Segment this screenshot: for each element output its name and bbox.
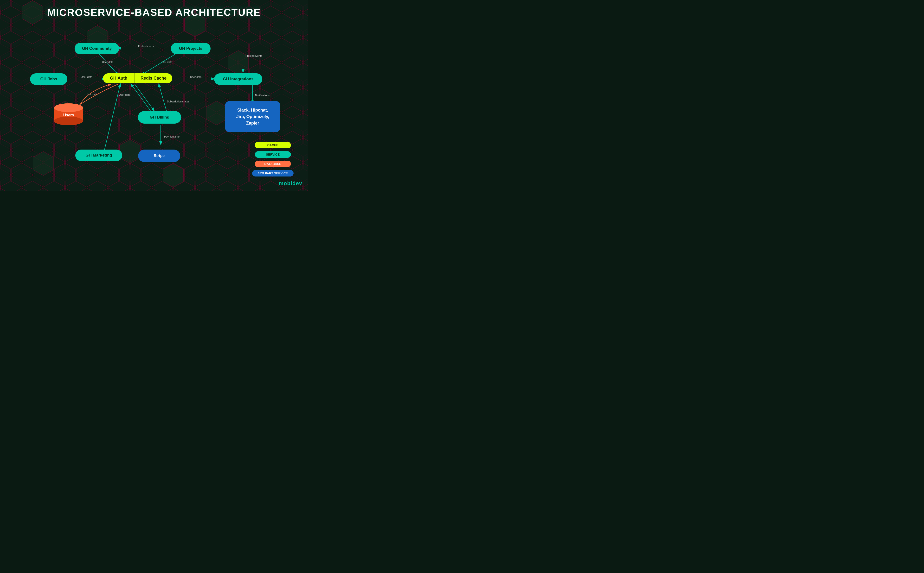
gh-marketing-node: GH Marketing (75, 150, 122, 161)
gh-integrations-node: GH Integrations (214, 74, 262, 85)
nodes-layer: GH Community GH Projects GH Auth Redis C… (0, 0, 308, 191)
svg-point-30 (54, 117, 83, 125)
integrations-3rd-node: Slack, Hipchat, Jira, Optimizely, Zapier (225, 101, 280, 132)
gh-billing-node: GH Billing (138, 111, 181, 124)
users-node: Users (53, 103, 84, 127)
gh-projects-node: GH Projects (171, 43, 210, 54)
redis-cache-node: Redis Cache (134, 74, 172, 83)
gh-auth-node: GH Auth (103, 74, 134, 83)
auth-cache-container: GH Auth Redis Cache (103, 74, 172, 83)
gh-community-node: GH Community (75, 43, 119, 54)
svg-text:Users: Users (63, 113, 74, 117)
diagram-container: MICROSERVICE-BASED ARCHITECTURE (0, 0, 308, 191)
stripe-node: Stripe (138, 150, 180, 162)
gh-jobs-node: GH Jobs (30, 74, 67, 85)
svg-point-31 (54, 103, 83, 112)
